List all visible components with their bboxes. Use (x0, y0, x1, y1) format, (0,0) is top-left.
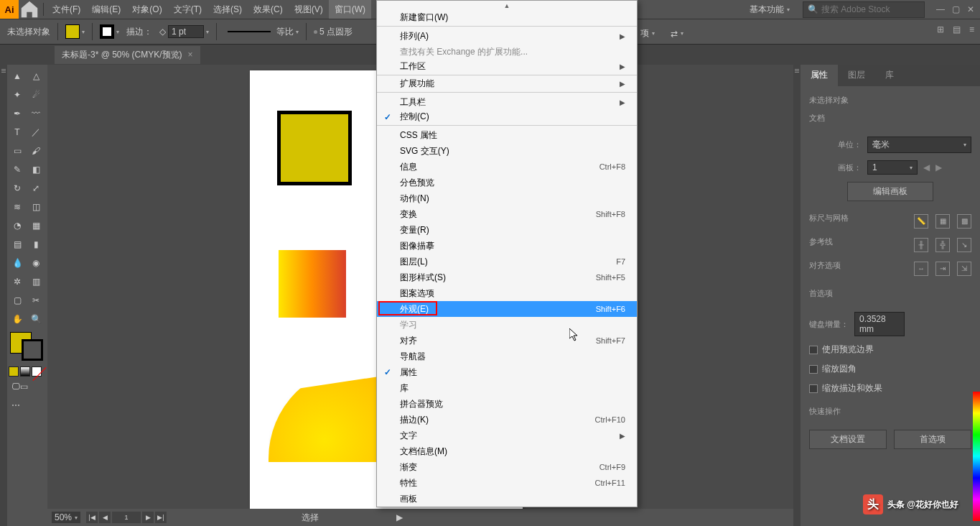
menu-item-12[interactable]: 变换Shift+F8 (377, 206, 637, 222)
preview-bounds-checkbox[interactable] (809, 346, 818, 354)
home-icon[interactable] (19, 0, 40, 19)
transparency-grid-icon[interactable]: ▩ (957, 214, 971, 229)
artboard-tool[interactable]: ▢ (9, 292, 26, 309)
menu-item-1[interactable]: 排列(A)▶ (377, 28, 637, 44)
maximize-icon[interactable]: ▢ (952, 4, 960, 14)
menu-item-11[interactable]: 动作(N) (377, 190, 637, 206)
scale-tool[interactable]: ⤢ (27, 180, 45, 197)
minimize-icon[interactable]: — (936, 4, 945, 14)
menu-item-8[interactable]: SVG 交互(Y) (377, 143, 637, 159)
menu-w[interactable]: 窗口(W) (329, 0, 371, 19)
menu-item-30[interactable]: 画板 (377, 491, 637, 507)
line-tool[interactable]: ／ (27, 124, 45, 141)
menu-item-6[interactable]: 控制(C) (377, 110, 637, 126)
stroke-profile[interactable]: 等比▾ (224, 26, 299, 38)
scale-corners-checkbox[interactable] (809, 365, 818, 374)
menu-item-26[interactable]: 文字▶ (377, 428, 637, 443)
magic-wand-tool[interactable]: ✦ (9, 86, 26, 103)
type-tool[interactable]: T (9, 124, 26, 141)
guides-show-icon[interactable]: ╫ (914, 238, 928, 252)
eyedropper-tool[interactable]: 💧 (9, 254, 26, 272)
perspective-grid-tool[interactable]: ▦ (27, 217, 45, 234)
menu-e[interactable]: 编辑(E) (86, 0, 126, 19)
next-ab-icon[interactable]: ▶ (935, 162, 942, 172)
unit-select[interactable]: 毫米▾ (867, 137, 971, 153)
panel-layout-icon[interactable]: ⊞ (937, 24, 944, 34)
menu-item-7[interactable]: CSS 属性 (377, 127, 637, 143)
scale-strokes-checkbox[interactable] (809, 384, 818, 393)
zoom-tool[interactable]: 🔍 (27, 310, 45, 328)
ruler-icon[interactable]: 📏 (914, 214, 928, 229)
symbol-sprayer-tool[interactable]: ✲ (9, 273, 26, 290)
width-tool[interactable]: ≋ (9, 198, 26, 216)
scroll-right-icon[interactable]: ▶ (396, 512, 403, 522)
artboard-number[interactable]: 1 (112, 512, 141, 523)
fill-swatch[interactable]: ▾ (65, 24, 85, 39)
paintbrush-tool[interactable]: 🖌 (27, 142, 45, 160)
selection-tool[interactable]: ▲ (9, 68, 26, 85)
menu-item-9[interactable]: 信息Ctrl+F8 (377, 159, 637, 175)
color-mode-swatches[interactable] (9, 366, 45, 377)
pen-tool[interactable]: ✒ (9, 105, 26, 122)
close-icon[interactable]: ✕ (967, 4, 974, 14)
more-icon[interactable]: ≡ (969, 24, 974, 34)
tab-properties[interactable]: 属性 (801, 65, 838, 86)
free-transform-tool[interactable]: ◫ (27, 198, 45, 216)
artboard-select[interactable]: 1▾ (867, 160, 918, 175)
menu-scroll-up-icon[interactable]: ▲ (377, 1, 637, 11)
eraser-tool[interactable]: ◧ (27, 161, 45, 178)
prev-artboard-icon[interactable]: ◀ (99, 512, 111, 523)
snap-pixel-icon[interactable]: ↔ (914, 262, 928, 276)
menu-item-25[interactable]: 描边(K)Ctrl+F10 (377, 412, 637, 428)
slice-tool[interactable]: ✂ (27, 292, 45, 309)
menu-item-5[interactable]: 工具栏▶ (377, 94, 637, 110)
gradient-tool[interactable]: ▮ (27, 236, 45, 253)
edit-toolbar[interactable]: ⋯ (9, 397, 45, 414)
menu-item-14[interactable]: 图像描摹 (377, 238, 637, 254)
fill-stroke-proxy[interactable] (9, 332, 45, 361)
menu-v[interactable]: 视图(V) (289, 0, 329, 19)
menu-item-16[interactable]: 图形样式(S)Shift+F5 (377, 269, 637, 285)
curvature-tool[interactable]: 〰 (27, 105, 45, 122)
menu-item-29[interactable]: 特性Ctrl+F11 (377, 475, 637, 491)
menu-item-27[interactable]: 文档信息(M) (377, 443, 637, 459)
prefs-button[interactable]: 首选项 (894, 430, 971, 449)
tab-layers[interactable]: 图层 (838, 65, 875, 86)
shaper-tool[interactable]: ✎ (9, 161, 26, 178)
align-distribute-icon[interactable]: ⇄ (671, 29, 678, 39)
stroke-swatch[interactable]: ▾ (100, 24, 119, 39)
menu-item-10[interactable]: 分色预览 (377, 175, 637, 190)
menu-item-18[interactable]: 外观(E)Shift+F6 (377, 301, 637, 317)
key-increment-input[interactable]: 0.3528 mm (854, 312, 905, 336)
document-tab[interactable]: 未标题-3* @ 50% (CMYK/预览) × (55, 46, 200, 64)
menu-c[interactable]: 效果(C) (248, 0, 289, 19)
menu-item-19[interactable]: 学习 (377, 317, 637, 333)
menu-item-23[interactable]: 库 (377, 380, 637, 396)
lasso-tool[interactable]: ☄ (27, 86, 45, 103)
menu-f[interactable]: 文件(F) (47, 0, 86, 19)
last-artboard-icon[interactable]: ▶| (155, 512, 167, 523)
menu-item-3[interactable]: 工作区▶ (377, 60, 637, 75)
screen-mode-tool[interactable]: 🖵▭ (9, 378, 45, 395)
rectangle-tool[interactable]: ▭ (9, 142, 26, 160)
edit-artboard-button[interactable]: 编辑画板 (847, 182, 933, 201)
workspace-selector[interactable]: 基本功能▾ (742, 2, 797, 17)
snap-grid-icon[interactable]: ⇲ (957, 262, 971, 276)
menu-item-20[interactable]: 对齐Shift+F7 (377, 333, 637, 349)
brush-definition[interactable]: 5 点圆形 (314, 26, 353, 38)
next-artboard-icon[interactable]: ▶ (142, 512, 154, 523)
graph-tool[interactable]: ▥ (27, 273, 45, 290)
arrange-icon[interactable]: ▤ (953, 24, 961, 34)
menu-s[interactable]: 选择(S) (207, 0, 248, 19)
rotate-tool[interactable]: ↻ (9, 180, 26, 197)
mesh-tool[interactable]: ▤ (9, 236, 26, 253)
menu-item-28[interactable]: 渐变Ctrl+F9 (377, 459, 637, 475)
gradient-square-shape[interactable] (279, 250, 346, 318)
menu-t[interactable]: 文字(T) (168, 0, 207, 19)
smart-guides-icon[interactable]: ↘ (957, 238, 971, 252)
menu-o[interactable]: 对象(O) (126, 0, 167, 19)
yellow-square-shape[interactable] (277, 111, 352, 185)
menu-item-0[interactable]: 新建窗口(W) (377, 11, 637, 27)
grid-icon[interactable]: ▦ (935, 214, 950, 229)
color-spectrum-strip[interactable] (973, 392, 980, 521)
